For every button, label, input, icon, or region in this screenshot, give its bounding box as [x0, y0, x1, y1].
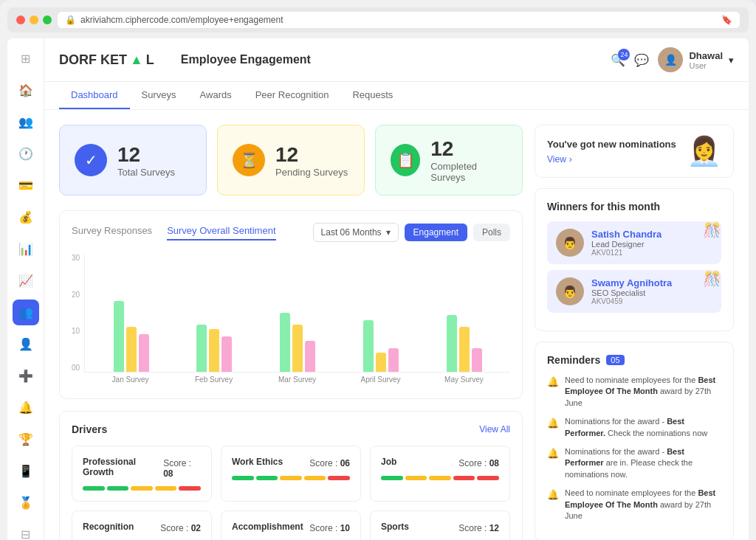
stat-card-pending: ⏳ 12 Pending Surveys — [217, 125, 365, 195]
browser-dots — [16, 15, 52, 24]
chart-tab-sentiment[interactable]: Survey Overall Sentiment — [167, 225, 275, 240]
sidebar-icon-medal[interactable]: 🏅 — [13, 490, 39, 516]
sidebar-icon-payments[interactable]: 💳 — [13, 173, 39, 198]
stat-cards: ✓ 12 Total Surveys ⏳ 12 Pending Surveys — [59, 125, 523, 195]
sidebar-icon-awards[interactable]: 🏆 — [13, 426, 39, 452]
header-actions: 🔍 24 💬 👤 Dhawal User ▾ — [611, 47, 734, 72]
driver-sports: Sports Score : 12 — [370, 510, 510, 540]
sidebar-icon-chart[interactable]: 📊 — [13, 236, 39, 262]
reminder-3: 🔔 Nominations for the award - Best Perfo… — [547, 446, 721, 480]
chart-bars-wrapper: Jan Survey Feb Survey Mar Survey April S… — [84, 254, 510, 387]
winner-swamy-id: AKV0459 — [591, 297, 672, 305]
nominations-view-link[interactable]: View › — [547, 154, 679, 165]
pending-surveys-number: 12 — [275, 143, 348, 167]
reminder-icon-1: 🔔 — [547, 375, 559, 389]
engagement-filter-button[interactable]: Engagment — [405, 224, 467, 241]
sidebar-icon-notifications[interactable]: 🔔 — [13, 395, 39, 420]
drivers-header: Drivers View All — [72, 423, 510, 435]
tab-peer-recognition[interactable]: Peer Recognition — [244, 82, 341, 109]
reminder-text-1: Need to nominate employees for the Best … — [565, 375, 721, 409]
bar-group-jan — [92, 301, 170, 372]
driver-bar-professional — [83, 486, 201, 491]
chart-tab-responses[interactable]: Survey Responses — [72, 225, 152, 240]
winner-satish-role: Lead Designer — [591, 240, 662, 249]
tab-dashboard[interactable]: Dashboard — [59, 82, 130, 109]
bar-april-pink — [388, 348, 399, 372]
reminders-card: Reminders 05 🔔 Need to nominate employee… — [535, 342, 734, 540]
logo: DORF KET ▲ L — [59, 52, 154, 68]
driver-score-recognition: Score : 02 — [160, 523, 201, 533]
search-button[interactable]: 🔍 24 — [611, 53, 625, 67]
sidebar-icon-home[interactable]: 🏠 — [13, 77, 39, 103]
tab-requests[interactable]: Requests — [340, 82, 405, 109]
bar-feb-yellow — [209, 329, 219, 372]
reminder-4: 🔔 Need to nominate employees for the Bes… — [547, 488, 721, 522]
winner-swamy-role: SEO Specialist — [591, 288, 672, 297]
user-profile[interactable]: 👤 Dhawal User ▾ — [658, 47, 734, 72]
winner-satish-info: Satish Chandra Lead Designer AKV0121 — [591, 229, 662, 257]
stat-card-total: ✓ 12 Total Surveys — [59, 125, 207, 195]
view-all-button[interactable]: View All — [479, 424, 510, 435]
driver-name-accomplishment: Accomplishment — [232, 522, 303, 532]
browser-bar: 🔒 akriviahcm.ciphercode.com/employee+eng… — [7, 7, 749, 32]
user-details: Dhawal User — [689, 50, 723, 70]
sidebar-icon-grid[interactable]: ⊞ — [13, 46, 39, 72]
sidebar-icon-engagement[interactable]: 👥 — [13, 300, 39, 325]
completed-surveys-icon: 📋 — [391, 144, 420, 176]
bar-mar-pink — [305, 341, 315, 372]
maximize-dot[interactable] — [43, 15, 52, 24]
bar-jan-yellow — [126, 327, 137, 372]
chart-filters: Last 06 Months ▾ Engagment Polls — [313, 223, 510, 242]
close-dot[interactable] — [16, 15, 25, 24]
sidebar-icon-add-user[interactable]: ➕ — [13, 363, 39, 389]
chart-section: Survey Responses Survey Overall Sentimen… — [59, 210, 523, 399]
y-axis: 30 20 10 00 — [72, 254, 80, 387]
stat-completed-info: 12 Completed Surveys — [430, 137, 507, 183]
url-bar[interactable]: 🔒 akriviahcm.ciphercode.com/employee+eng… — [58, 12, 740, 28]
messages-button[interactable]: 💬 — [634, 53, 649, 67]
bar-may-yellow — [459, 327, 470, 372]
driver-bar-work-ethics — [232, 476, 350, 480]
nominations-content: You've got new nominations View › — [547, 139, 679, 165]
confetti-icon-2: 🎊 — [703, 270, 721, 288]
tab-surveys[interactable]: Surveys — [130, 82, 188, 109]
nominations-card: You've got new nominations View › 👩‍💼 — [535, 125, 734, 178]
total-surveys-label: Total Surveys — [117, 167, 175, 178]
bar-group-feb — [176, 325, 253, 372]
bar-mar-yellow — [292, 325, 303, 372]
bar-may-green — [447, 315, 457, 372]
x-label-feb: Feb Survey — [175, 375, 252, 384]
chart-tabs: Survey Responses Survey Overall Sentimen… — [72, 225, 276, 240]
date-filter-label: Last 06 Months — [321, 227, 382, 238]
sidebar-icon-profile[interactable]: 👤 — [13, 331, 39, 357]
sidebar-icon-users[interactable]: 👥 — [13, 109, 39, 135]
driver-score-professional: Score : 08 — [163, 458, 201, 479]
sidebar-icon-clock[interactable]: 🕐 — [13, 141, 39, 167]
total-surveys-icon: ✓ — [75, 144, 107, 176]
x-label-mar: Mar Survey — [258, 375, 336, 384]
date-filter-select[interactable]: Last 06 Months ▾ — [313, 223, 399, 242]
chevron-right-icon: › — [569, 154, 572, 165]
polls-filter-button[interactable]: Polls — [473, 224, 510, 241]
x-labels: Jan Survey Feb Survey Mar Survey April S… — [84, 373, 510, 387]
sidebar-icon-money[interactable]: 💰 — [13, 204, 39, 230]
bar-mar-green — [280, 313, 290, 372]
sidebar: ⊞ 🏠 👥 🕐 💳 💰 📊 📈 👥 👤 ➕ 🔔 🏆 📱 🏅 ⊟ — [7, 38, 44, 540]
sidebar-icon-settings[interactable]: ⊟ — [13, 522, 39, 540]
reminders-title: Reminders — [547, 354, 600, 366]
sidebar-icon-device[interactable]: 📱 — [13, 458, 39, 484]
minimize-dot[interactable] — [30, 15, 38, 24]
driver-recognition: Recognition Score : 02 — [72, 510, 212, 540]
completed-surveys-number: 12 — [430, 137, 507, 161]
chevron-down-icon: ▾ — [729, 55, 734, 66]
tab-awards[interactable]: Awards — [188, 82, 244, 109]
nominations-illustration: 👩‍💼 — [687, 137, 721, 165]
reminder-1: 🔔 Need to nominate employees for the Bes… — [547, 375, 721, 409]
logo-text-dorf: DORF KET — [59, 52, 127, 68]
sidebar-icon-trends[interactable]: 📈 — [13, 268, 39, 294]
reminders-count: 05 — [606, 355, 624, 365]
driver-job: Job Score : 08 — [370, 446, 510, 502]
winner-swamy-info: Swamy Agnihotra SEO Specialist AKV0459 — [591, 277, 672, 305]
y-label-0: 00 — [72, 364, 80, 372]
bookmark-icon[interactable]: 🔖 — [721, 15, 732, 25]
